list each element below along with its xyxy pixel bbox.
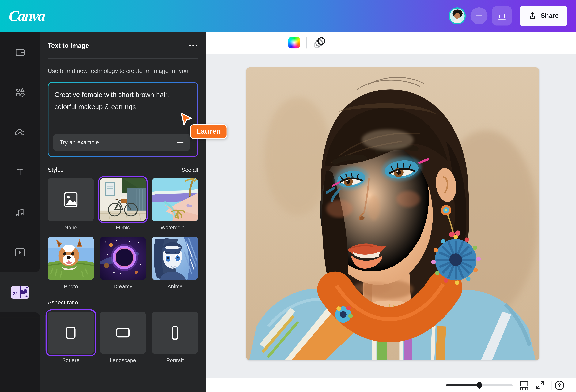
avatar-image [450, 8, 465, 23]
style-thumb-watercolour [152, 178, 198, 221]
text-to-image-panel: Text to Image Use brand new technology t… [40, 32, 206, 392]
pages-view-button[interactable] [518, 378, 530, 392]
elements-shapes-icon [15, 87, 25, 97]
sidebar-item-text[interactable]: T [0, 152, 40, 192]
style-option-dreamy[interactable]: Dreamy [100, 237, 146, 289]
styles-heading: Styles [48, 166, 63, 173]
sidebar-item-elements[interactable] [0, 72, 40, 112]
sidebar-item-audio[interactable] [0, 192, 40, 232]
sidebar-item-templates[interactable] [0, 32, 40, 72]
portrait-illustration [246, 67, 539, 360]
collaborator-cursor-icon [180, 112, 193, 127]
sidebar-item-uploads[interactable] [0, 112, 40, 152]
prompt-input-border: Creative female with short brown hair, c… [48, 82, 198, 157]
canva-logo[interactable]: Canva [8, 7, 45, 25]
style-label: Watercolour [161, 224, 189, 230]
try-example-label: Try an example [60, 139, 99, 145]
aspect-option-square[interactable]: Square [48, 311, 94, 363]
landscape-ratio-icon [116, 328, 130, 337]
canvas-bottom-bar: ? [206, 378, 576, 392]
upload-cloud-icon [14, 127, 26, 137]
grid-view-icon [519, 380, 529, 390]
prompt-input[interactable]: Creative female with short brown hair, c… [49, 83, 197, 156]
zoom-slider[interactable] [446, 384, 513, 386]
square-ratio-icon [66, 327, 76, 339]
bar-chart-icon [498, 11, 507, 20]
aspect-option-landscape[interactable]: Landscape [100, 311, 146, 363]
styles-grid: None [48, 178, 198, 289]
share-upload-icon [529, 12, 537, 20]
style-option-watercolour[interactable]: Watercolour [152, 178, 198, 230]
canvas-area: ? [206, 32, 576, 392]
style-thumb-anime [152, 237, 198, 280]
panel-divider [48, 58, 198, 59]
style-thumb-photo [48, 237, 94, 280]
style-option-filmic[interactable]: Filmic [100, 178, 146, 230]
share-button-label: Share [541, 12, 559, 20]
styles-see-all-link[interactable]: See all [182, 167, 198, 172]
canvas-toolbar [206, 32, 576, 54]
style-thumb-filmic [100, 178, 146, 221]
help-glyph: ? [558, 383, 561, 388]
share-button[interactable]: Share [520, 5, 567, 26]
plus-icon [177, 139, 184, 146]
canvas-stage[interactable] [206, 54, 576, 378]
panel-title: Text to Image [48, 42, 89, 49]
try-an-example-button[interactable]: Try an example [53, 134, 190, 151]
svg-text:T: T [17, 167, 23, 177]
rail-active-corner-top [0, 267, 40, 272]
sidebar-item-text-to-image[interactable]: TE XT ✳ ✦ ✦ [0, 272, 40, 312]
color-picker-button[interactable] [288, 37, 300, 49]
video-icon [14, 247, 26, 257]
panel-description: Use brand new technology to create an im… [48, 66, 198, 76]
generated-image[interactable] [246, 67, 539, 360]
help-button[interactable]: ? [555, 381, 564, 390]
canva-editor: Canva [0, 0, 576, 392]
fullscreen-button[interactable] [535, 378, 546, 392]
style-label: Photo [64, 283, 78, 289]
style-thumb-none [48, 178, 94, 221]
prompt-text: Creative female with short brown hair, c… [54, 88, 178, 112]
toolbar-divider [306, 37, 307, 48]
aspect-label: Portrait [166, 357, 184, 363]
avatar[interactable] [449, 7, 466, 24]
style-label: None [64, 224, 77, 230]
collaborator-name-tag: Lauren [190, 124, 227, 139]
text-icon: T [15, 167, 25, 177]
position-layers-icon[interactable] [313, 37, 327, 49]
aspect-option-portrait[interactable]: Portrait [152, 311, 198, 363]
sidebar-item-videos[interactable] [0, 232, 40, 272]
bottom-bar-divider [552, 381, 552, 390]
sidebar-rail: T TE XT ✳ ✦ ✦ [0, 32, 40, 392]
style-thumb-dreamy [100, 237, 146, 280]
plus-icon [476, 12, 483, 20]
style-label: Anime [167, 283, 183, 289]
aspect-label: Square [62, 357, 80, 363]
style-option-anime[interactable]: Anime [152, 237, 198, 289]
style-option-none[interactable]: None [48, 178, 94, 230]
aspect-ratio-heading: Aspect ratio [48, 299, 78, 306]
zoom-slider-fill [446, 384, 479, 386]
rail-active-corner-bottom [0, 312, 40, 317]
aspect-label: Landscape [110, 357, 136, 363]
zoom-slider-handle[interactable] [477, 382, 482, 389]
more-options-button[interactable] [188, 43, 198, 49]
top-bar: Canva [0, 0, 576, 32]
style-label: Filmic [116, 224, 130, 230]
text-to-image-app-icon: TE XT ✳ ✦ ✦ [11, 285, 29, 299]
create-design-button[interactable] [471, 7, 488, 24]
templates-icon [15, 47, 25, 57]
insights-button[interactable] [492, 6, 512, 26]
style-label: Dreamy [114, 283, 132, 289]
expand-arrows-icon [536, 381, 545, 390]
portrait-ratio-icon [172, 326, 178, 339]
aspect-ratio-grid: Square Landscape Portrait [48, 311, 198, 363]
music-note-icon [15, 207, 25, 217]
style-option-photo[interactable]: Photo [48, 237, 94, 289]
